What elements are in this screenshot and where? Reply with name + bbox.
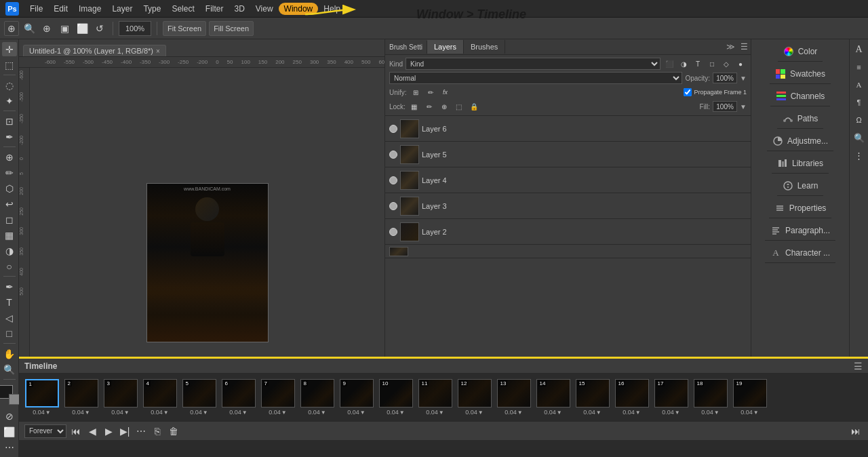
fill-arrow[interactable]: ▼ [740, 103, 747, 111]
loop-select[interactable]: Forever Once 3 Times [24, 424, 66, 438]
filter-adj-icon[interactable]: ◑ [677, 58, 690, 70]
blend-mode-select[interactable]: Normal [389, 72, 682, 84]
right-panel-properties[interactable]: Properties [769, 199, 832, 218]
timeline-frame-7[interactable]: 7 0.04 ▼ [259, 379, 296, 416]
layer-visibility-4[interactable] [389, 176, 397, 184]
timeline-frame-9[interactable]: 9 0.04 ▼ [338, 379, 375, 416]
brush-tool[interactable]: ✏ [2, 165, 17, 180]
tl-rewind-btn[interactable]: ⏮ [69, 424, 83, 438]
frame-delay-12[interactable]: 0.04 ▼ [465, 409, 483, 416]
unify-paint-icon[interactable]: ✏ [425, 86, 437, 98]
layer-visibility-5[interactable] [389, 151, 397, 159]
tl-tween-btn[interactable]: ⋯ [134, 424, 148, 438]
rotate-icon[interactable]: ↺ [92, 21, 107, 36]
timeline-frame-17[interactable]: 17 0.04 ▼ [652, 379, 690, 416]
path-select-tool[interactable]: ◁ [2, 311, 17, 325]
timeline-frame-1[interactable]: 1 0.04 ▼ [23, 379, 60, 416]
zoom-input[interactable]: 100% [119, 21, 151, 36]
screen-icon[interactable]: ⬜ [75, 21, 90, 36]
move-tool[interactable]: ✛ [2, 42, 17, 56]
frame-delay-16[interactable]: 0.04 ▼ [623, 409, 640, 416]
extra-tools[interactable]: ⋯ [2, 440, 17, 454]
timeline-frame-18[interactable]: 18 0.04 ▼ [692, 379, 729, 416]
menu-3d[interactable]: 3D [229, 3, 250, 15]
menu-window[interactable]: Window [279, 3, 319, 15]
timeline-frame-8[interactable]: 8 0.04 ▼ [298, 379, 336, 416]
frame-delay-7[interactable]: 0.04 ▼ [269, 409, 286, 416]
fill-input[interactable] [713, 101, 737, 112]
more-tools-icon[interactable]: ⋮ [852, 148, 867, 163]
layer-item-3[interactable]: Layer 3 [385, 193, 751, 219]
frame-delay-11[interactable]: 0.04 ▼ [426, 409, 443, 416]
right-panel-paragraph[interactable]: Paragraph... [765, 221, 835, 241]
tl-play-btn[interactable]: ▶ [102, 424, 115, 438]
timeline-frame-12[interactable]: 12 0.04 ▼ [456, 379, 493, 416]
pen-tool[interactable]: ✒ [2, 279, 17, 294]
quick-mask-mode[interactable]: ⊘ [2, 409, 17, 423]
text-tool[interactable]: T [2, 295, 17, 309]
frame-delay-4[interactable]: 0.04 ▼ [151, 409, 168, 416]
select-rect-tool[interactable]: ⬚ [2, 58, 17, 72]
fit-screen-button[interactable]: Fit Screen [163, 21, 206, 36]
zoom-out-icon[interactable]: 🔍 [22, 21, 37, 36]
menu-type[interactable]: Type [138, 3, 166, 15]
filter-text-icon[interactable]: T [692, 58, 704, 70]
timeline-frame-10[interactable]: 10 0.04 ▼ [377, 379, 414, 416]
layer-item-5[interactable]: Layer 5 [385, 142, 751, 167]
zoom-tool[interactable]: 🔍 [2, 362, 17, 376]
filter-smart-icon[interactable]: ◇ [720, 58, 732, 70]
document-tab[interactable]: Untitled-1 @ 100% (Layer 1, RGB/8*) × [23, 45, 166, 56]
frame-delay-10[interactable]: 0.04 ▼ [387, 409, 404, 416]
hand-tool[interactable]: ✋ [2, 346, 17, 361]
opacity-arrow[interactable]: ▼ [740, 75, 747, 82]
timeline-frame-5[interactable]: 5 0.04 ▼ [180, 379, 218, 416]
frame-delay-8[interactable]: 0.04 ▼ [308, 409, 326, 416]
tl-trash-btn[interactable]: 🗑 [167, 424, 180, 438]
font-tool-icon[interactable]: A [852, 42, 867, 57]
magic-wand-tool[interactable]: ✦ [2, 94, 17, 108]
menu-image[interactable]: Image [73, 3, 106, 15]
layer-item-2[interactable]: Layer 2 [385, 219, 751, 245]
kind-select[interactable]: Kind [406, 58, 660, 70]
artboard-icon[interactable]: ▣ [57, 21, 72, 36]
timeline-frame-13[interactable]: 13 0.04 ▼ [495, 379, 532, 416]
frame-delay-19[interactable]: 0.04 ▼ [741, 409, 758, 416]
gradient-tool[interactable]: ▦ [2, 228, 17, 242]
right-panel-swatches[interactable]: Swatches [770, 64, 831, 84]
lock-artboard-icon[interactable]: ⬚ [453, 100, 465, 113]
timeline-frame-11[interactable]: 11 0.04 ▼ [416, 379, 454, 416]
right-panel-character[interactable]: A Character ... [765, 243, 835, 263]
right-panel-color[interactable]: Color [778, 42, 823, 62]
frame-delay-3[interactable]: 0.04 ▼ [111, 409, 129, 416]
move-tool-icon[interactable]: ⊕ [4, 21, 19, 36]
layer-item-6[interactable]: Layer 6 [385, 116, 751, 142]
timeline-frame-3[interactable]: 3 0.04 ▼ [102, 379, 139, 416]
unify-pos-icon[interactable]: ⊞ [410, 86, 422, 98]
opacity-input[interactable] [713, 73, 737, 83]
filter-toggle-icon[interactable]: ● [734, 58, 747, 70]
lock-transparency-icon[interactable]: ▦ [408, 100, 420, 113]
frame-delay-2[interactable]: 0.04 ▼ [72, 409, 90, 416]
filter-shape-icon[interactable]: □ [706, 58, 718, 70]
tl-end-btn[interactable]: ⏭ [849, 424, 863, 438]
menu-select[interactable]: Select [166, 3, 199, 15]
menu-edit[interactable]: Edit [48, 3, 73, 15]
background-color[interactable] [9, 394, 20, 405]
frame-delay-14[interactable]: 0.04 ▼ [544, 409, 561, 416]
dodge-tool[interactable]: ○ [2, 259, 17, 273]
right-panel-paths[interactable]: Paths [777, 109, 824, 129]
propagate-checkbox[interactable] [684, 88, 692, 96]
frame-delay-15[interactable]: 0.04 ▼ [583, 409, 601, 416]
lock-paint-icon[interactable]: ✏ [423, 100, 435, 113]
right-panel-channels[interactable]: Channels [770, 87, 831, 106]
right-panel-libraries[interactable]: Libraries [772, 154, 829, 174]
layer-visibility-6[interactable] [389, 125, 397, 133]
unify-fx-icon[interactable]: fx [439, 86, 452, 98]
timeline-frame-14[interactable]: 14 0.04 ▼ [534, 379, 572, 416]
timeline-frame-16[interactable]: 16 0.04 ▼ [613, 379, 650, 416]
tl-duplicate-btn[interactable]: ⎘ [151, 424, 164, 438]
layer-item-4[interactable]: Layer 4 [385, 167, 751, 193]
tl-prev-btn[interactable]: ◀ [85, 424, 99, 438]
search-icon[interactable]: 🔍 [852, 130, 867, 145]
brush-settings-tab[interactable]: Brush Setti [385, 41, 427, 54]
